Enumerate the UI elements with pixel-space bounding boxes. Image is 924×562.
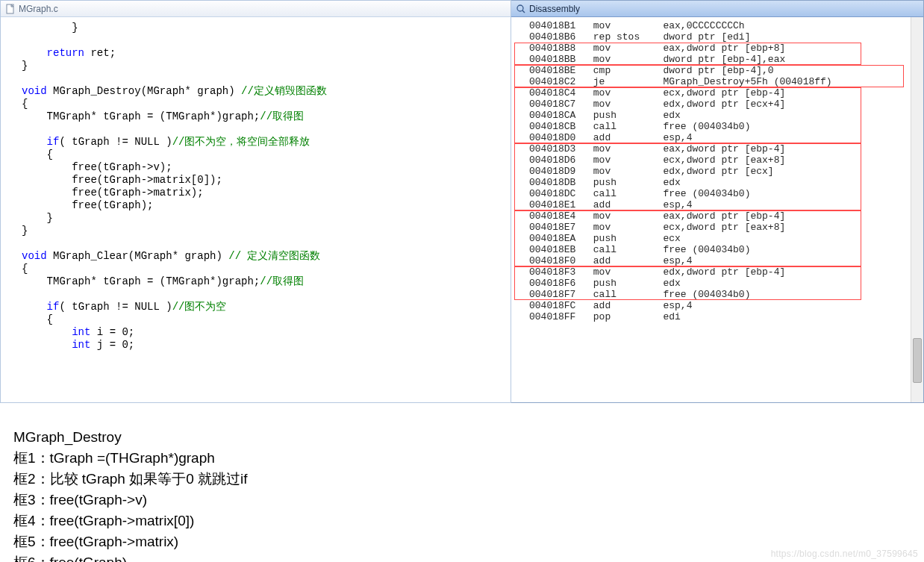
asm-row: 004018DB push edx (529, 177, 923, 188)
source-file-tab[interactable]: MGraph.c (1, 1, 511, 17)
source-code-panel: MGraph.c } return ret;} void MGraph_Dest… (0, 0, 511, 403)
asm-row: 004018B1 mov eax,0CCCCCCCCh (529, 20, 923, 31)
asm-row: 004018F3 mov edx,dword ptr [ebp-4] (529, 266, 923, 278)
asm-row: 004018BB mov dword ptr [ebp-4],eax (529, 54, 923, 65)
asm-row: 004018E1 add esp,4 (529, 199, 923, 210)
source-file-name: MGraph.c (19, 4, 58, 14)
code-line: } (22, 22, 508, 34)
asm-row: 004018F6 push edx (529, 278, 923, 289)
code-line: if( tGraph != NULL )//图不为空，将空间全部释放 (22, 136, 508, 149)
asm-row: 004018F0 add esp,4 (529, 255, 923, 266)
vertical-scrollbar[interactable] (911, 17, 923, 402)
c-file-icon (5, 4, 16, 14)
asm-row: 004018BE cmp dword ptr [ebp-4],0 (529, 65, 923, 76)
asm-row: 004018E4 mov eax,dword ptr [ebp-4] (529, 210, 923, 222)
code-line: } (22, 225, 508, 237)
asm-row: 004018CA push edx (529, 110, 923, 121)
svg-line-2 (522, 10, 525, 13)
asm-row: 004018CB call free (004034b0) (529, 121, 923, 132)
disassembly-titlebar[interactable]: Disassembly (511, 1, 923, 17)
asm-row: 004018C7 mov edx,dword ptr [ecx+4] (529, 99, 923, 110)
asm-row: 004018E7 mov ecx,dword ptr [eax+8] (529, 222, 923, 233)
scroll-thumb[interactable] (913, 338, 922, 383)
code-line (22, 123, 508, 136)
code-line: int i = 0; (22, 326, 508, 339)
code-line: { (22, 313, 508, 326)
code-line: int j = 0; (22, 339, 508, 352)
code-line: } (22, 60, 508, 72)
asm-row: 004018DC call free (004034b0) (529, 188, 923, 199)
asm-row: 004018F7 call free (004034b0) (529, 289, 923, 300)
disassembly-panel: Disassembly 004018B1 mov eax,0CCCCCCCCh0… (511, 0, 924, 403)
code-line: { (22, 263, 508, 275)
code-line: free(tGraph); (22, 199, 508, 212)
asm-row: 004018EB call free (004034b0) (529, 244, 923, 255)
code-line: free(tGraph->matrix[0]); (22, 174, 508, 187)
note-line: 框3：free(tGraph->v) (13, 490, 911, 511)
code-line (22, 34, 508, 47)
code-line: if( tGraph != NULL )//图不为空 (22, 301, 508, 313)
asm-row: 004018EA push ecx (529, 233, 923, 244)
code-line: void MGraph_Destroy(MGraph* graph) //定义销… (22, 85, 508, 98)
code-line (22, 288, 508, 301)
notes-title: MGraph_Destroy (13, 427, 911, 448)
code-line: } (22, 212, 508, 225)
asm-row: 004018B8 mov eax,dword ptr [ebp+8] (529, 43, 923, 54)
code-line (22, 237, 508, 250)
code-line (22, 72, 508, 85)
magnifier-icon (516, 4, 526, 14)
disassembly-listing[interactable]: 004018B1 mov eax,0CCCCCCCCh004018B6 rep … (511, 17, 923, 325)
code-line: { (22, 98, 508, 110)
note-line: 框4：free(tGraph->matrix[0]) (13, 511, 911, 531)
source-code-area[interactable]: } return ret;} void MGraph_Destroy(MGrap… (1, 17, 511, 402)
asm-row: 004018FF pop edi (529, 311, 923, 322)
asm-row: 004018D9 mov edx,dword ptr [ecx] (529, 166, 923, 177)
code-line: TMGraph* tGraph = (TMGraph*)graph;//取得图 (22, 110, 508, 123)
code-line: void MGraph_Clear(MGraph* graph) // 定义清空… (22, 250, 508, 263)
svg-point-1 (517, 5, 523, 11)
code-line: free(tGraph->v); (22, 161, 508, 174)
asm-row: 004018D6 mov ecx,dword ptr [eax+8] (529, 154, 923, 166)
annotation-notes: MGraph_Destroy 框1：tGraph =(THGraph*)grap… (0, 403, 924, 562)
watermark: https://blog.csdn.net/m0_37599645 (771, 549, 918, 559)
code-line: { (22, 149, 508, 161)
asm-row: 004018C2 je MGraph_Destroy+5Fh (004018ff… (529, 76, 923, 87)
note-line: 框2：比较 tGraph 如果等于0 就跳过if (13, 469, 911, 490)
note-line: 框1：tGraph =(THGraph*)graph (13, 448, 911, 469)
asm-row: 004018B6 rep stos dword ptr [edi] (529, 31, 923, 43)
asm-row: 004018C4 mov ecx,dword ptr [ebp-4] (529, 87, 923, 99)
asm-row: 004018D0 add esp,4 (529, 132, 923, 143)
code-line: return ret; (22, 47, 508, 60)
code-line: free(tGraph->matrix); (22, 187, 508, 199)
code-line: TMGraph* tGraph = (TMGraph*)graph;//取得图 (22, 275, 508, 288)
asm-row: 004018D3 mov eax,dword ptr [ebp-4] (529, 143, 923, 154)
disassembly-title: Disassembly (529, 4, 580, 14)
asm-row: 004018FC add esp,4 (529, 300, 923, 311)
